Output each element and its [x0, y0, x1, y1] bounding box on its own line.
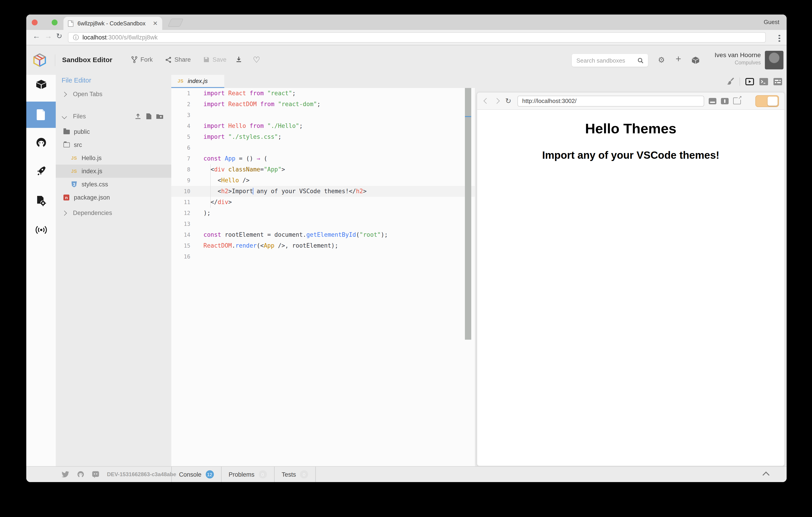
code-line-8[interactable]: 8 <div className="App">	[171, 164, 475, 175]
code-line-12[interactable]: 12);	[171, 208, 475, 219]
code-line-3[interactable]: 3	[171, 110, 475, 120]
live-preview-toggle[interactable]	[755, 95, 779, 107]
sidebar-item-project[interactable]	[26, 71, 56, 98]
section-open-tabs[interactable]: Open Tabs	[56, 87, 171, 101]
tab-index-js[interactable]: JS index.js	[171, 75, 224, 88]
code-line-2[interactable]: 2import ReactDOM from "react-dom";	[171, 99, 475, 110]
new-sandbox-plus-icon[interactable]: +	[676, 54, 681, 64]
chevron-up-icon[interactable]	[762, 471, 770, 479]
code-line-9[interactable]: 9 <Hello />	[171, 175, 475, 186]
new-file-icon[interactable]	[146, 113, 151, 119]
zoom-window-button[interactable]	[52, 20, 58, 25]
preview-address-bar[interactable]: http://localhost:3002/	[518, 96, 704, 106]
sandbox-cube-icon[interactable]	[692, 56, 700, 64]
count-badge: 12	[205, 470, 214, 479]
file-name: Hello.js	[82, 155, 102, 161]
code-line-5[interactable]: 5import "./styles.css";	[171, 132, 475, 142]
open-in-new-window-icon[interactable]	[733, 98, 741, 104]
browser-refresh-icon[interactable]: ↻	[56, 32, 62, 40]
folder-icon	[63, 130, 69, 134]
editor-layout-icon[interactable]	[774, 78, 782, 85]
workspace-title[interactable]: File Editor	[62, 77, 91, 84]
close-tab-icon[interactable]: ✕	[153, 20, 158, 27]
tab-problems[interactable]: Problems0	[221, 467, 274, 482]
github-footer-icon[interactable]	[77, 471, 84, 478]
fork-button[interactable]: Fork	[132, 56, 153, 63]
user-info[interactable]: Ives van Hoorne Compulves	[715, 51, 761, 65]
browser-tab-bar: 6wllzpj8wk - CodeSandbox ✕ Guest	[26, 15, 787, 30]
new-folder-icon[interactable]	[156, 113, 163, 119]
address-bar[interactable]: ⓘ localhost:3000/s/6wllzpj8wk	[68, 32, 766, 43]
code-editor: JS index.js 1import React from "react";2…	[171, 75, 475, 466]
avatar[interactable]	[765, 51, 783, 70]
code-area[interactable]: 1import React from "react";2import React…	[171, 88, 475, 466]
tree-item-package-json[interactable]: npackage.json	[56, 191, 171, 204]
split-bottom-icon[interactable]	[709, 98, 717, 104]
browser-tab[interactable]: 6wllzpj8wk - CodeSandbox ✕	[63, 17, 162, 30]
code-line-1[interactable]: 1import React from "react";	[171, 88, 475, 99]
prettier-brush-icon[interactable]	[726, 78, 734, 85]
editor-toolbar	[726, 75, 782, 88]
code-line-15[interactable]: 15ReactDOM.render(<App />, rootElement);	[171, 240, 475, 251]
upload-icon[interactable]	[135, 113, 141, 119]
sidebar-item-file-editor[interactable]	[26, 102, 56, 128]
browser-forward-icon[interactable]: →	[45, 32, 52, 41]
preview-refresh-icon[interactable]: ↻	[505, 97, 511, 105]
search-sandboxes-input[interactable]: Search sandboxes	[572, 54, 648, 67]
console-tabs: Console12Problems0Tests0	[171, 467, 316, 482]
sidebar-item-sandbox-settings[interactable]	[26, 188, 56, 214]
section-files[interactable]: Files	[56, 110, 171, 123]
browser-menu-icon[interactable]	[779, 33, 780, 43]
preview-toggle-icon[interactable]	[745, 78, 754, 85]
share-button[interactable]: Share	[165, 56, 191, 63]
preview-browser: ↻ http://localhost:3002/ Hello Themes Im…	[477, 92, 785, 466]
download-button[interactable]	[236, 56, 242, 62]
tab-tests[interactable]: Tests0	[274, 467, 316, 482]
twitter-icon[interactable]	[62, 471, 69, 478]
tree-item-hello-js[interactable]: JSHello.js	[56, 152, 171, 165]
discord-icon[interactable]	[92, 471, 99, 478]
console-toggle-icon[interactable]	[759, 78, 768, 85]
user-name: Ives van Hoorne	[715, 51, 761, 58]
sidebar-item-github[interactable]	[26, 129, 56, 156]
tree-item-styles-css[interactable]: 3styles.css	[56, 178, 171, 191]
js-file-icon: JS	[71, 156, 77, 161]
new-tab-button[interactable]	[168, 19, 183, 27]
info-icon[interactable]: ⓘ	[73, 33, 79, 42]
file-name: package.json	[74, 194, 110, 201]
preferences-gear-icon[interactable]: ⚙	[658, 55, 665, 65]
sidebar-item-live[interactable]	[26, 217, 56, 243]
tab-label: Console	[179, 471, 201, 478]
save-button[interactable]: Save	[203, 56, 227, 63]
browser-back-icon[interactable]: ←	[33, 32, 40, 41]
tab-console[interactable]: Console12	[171, 467, 221, 482]
npm-file-icon: n	[63, 195, 69, 200]
minimize-window-button[interactable]	[26, 20, 32, 25]
close-window-button[interactable]	[32, 20, 38, 25]
code-line-6[interactable]: 6	[171, 142, 475, 153]
preview-forward-icon[interactable]	[494, 98, 499, 104]
code-line-14[interactable]: 14const rootElement = document.getElemen…	[171, 229, 475, 240]
code-line-11[interactable]: 11 </div>	[171, 197, 475, 208]
code-line-16[interactable]: 16	[171, 251, 475, 262]
editor-scrollbar[interactable]	[465, 88, 471, 340]
code-line-10[interactable]: 10 <h2>Import any of your VSCode themes!…	[171, 186, 475, 197]
preview-back-icon[interactable]	[484, 98, 489, 104]
like-button[interactable]: ♡	[253, 55, 260, 65]
tree-item-src[interactable]: src	[56, 138, 171, 152]
cursor-overview-mark	[465, 116, 471, 117]
profile-label: Guest	[764, 19, 779, 25]
code-line-4[interactable]: 4import Hello from "./Hello";	[171, 120, 475, 132]
code-line-13[interactable]: 13	[171, 219, 475, 229]
code-line-7[interactable]: 7const App = () ⇒ (	[171, 153, 475, 164]
file-explorer: File Editor Open Tabs Files	[56, 75, 171, 466]
page-icon	[68, 20, 74, 27]
sidebar-item-deployment[interactable]	[26, 158, 56, 184]
section-dependencies[interactable]: Dependencies	[56, 206, 171, 219]
tree-item-public[interactable]: public	[56, 125, 171, 138]
codesandbox-logo[interactable]	[33, 53, 47, 67]
tree-item-index-js[interactable]: JSindex.js	[56, 165, 171, 178]
user-team: Compulves	[715, 60, 761, 65]
line-number: 14	[171, 229, 190, 240]
split-right-icon[interactable]	[721, 98, 729, 104]
